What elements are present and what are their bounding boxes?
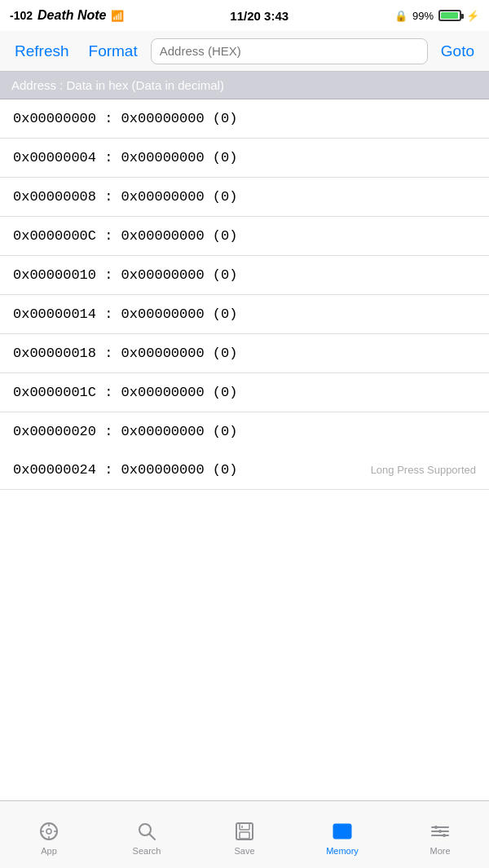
app-icon [37,820,60,843]
memory-list: 0x00000000 : 0x00000000 (0)0x00000004 : … [0,99,489,451]
memory-row[interactable]: 0x00000008 : 0x00000000 (0) [0,178,489,217]
memory-row[interactable]: 0x00000004 : 0x00000000 (0) [0,139,489,178]
address-input[interactable] [151,38,428,64]
svg-point-22 [434,826,438,829]
memory-row[interactable]: 0x00000010 : 0x00000000 (0) [0,256,489,295]
svg-line-7 [150,835,156,840]
wifi-icon: 📶 [111,10,124,22]
last-row-content: 0x00000024 : 0x00000000 (0) [13,462,237,478]
lock-icon: 🔒 [394,10,408,22]
format-button[interactable]: Format [82,39,144,64]
battery-icon [438,10,461,21]
column-header: Address : Data in hex (Data in decimal) [0,72,489,99]
memory-row[interactable]: 0x0000001C : 0x00000000 (0) [0,373,489,412]
tab-app-label: App [41,846,57,856]
status-left: -102 Death Note 📶 [10,8,124,23]
memory-icon [331,820,354,843]
svg-point-1 [46,829,51,834]
tab-search[interactable]: Search [98,813,196,856]
toolbar: Refresh Format Goto [0,31,489,72]
tab-bar: App Search Save [0,800,489,868]
app-name: Death Note [37,8,106,23]
svg-point-24 [443,834,446,837]
tab-save-label: Save [234,846,254,856]
more-icon [429,820,452,843]
svg-rect-10 [240,832,249,839]
memory-row[interactable]: 0x00000014 : 0x00000000 (0) [0,295,489,334]
status-right: 🔒 99% ⚡ [394,10,479,22]
tab-memory[interactable]: Memory [293,813,391,856]
refresh-button[interactable]: Refresh [8,39,76,64]
last-memory-row: 0x00000024 : 0x00000000 (0) Long Press S… [0,451,489,490]
memory-row[interactable]: 0x00000018 : 0x00000000 (0) [0,334,489,373]
battery-percent: 99% [412,10,434,22]
charging-icon: ⚡ [466,10,479,22]
memory-row[interactable]: 0x00000020 : 0x00000000 (0) [0,412,489,451]
datetime: 11/20 3:43 [230,9,289,23]
search-icon [135,820,158,843]
tab-more[interactable]: More [391,813,489,856]
svg-rect-8 [236,823,253,839]
svg-rect-9 [240,823,249,830]
tab-memory-label: Memory [326,846,359,856]
goto-button[interactable]: Goto [434,39,481,64]
memory-row[interactable]: 0x00000000 : 0x00000000 (0) [0,99,489,139]
tab-save[interactable]: Save [196,813,293,856]
tab-more-label: More [430,846,450,856]
memory-row[interactable]: 0x0000000C : 0x00000000 (0) [0,217,489,256]
signal-strength: -102 [10,9,33,22]
svg-point-23 [438,830,442,833]
tab-app[interactable]: App [0,813,98,856]
long-press-hint: Long Press Supported [371,464,476,476]
save-icon [233,820,256,843]
column-header-text: Address : Data in hex (Data in decimal) [11,78,224,92]
status-bar: -102 Death Note 📶 11/20 3:43 🔒 99% ⚡ [0,0,489,31]
tab-search-label: Search [133,846,161,856]
